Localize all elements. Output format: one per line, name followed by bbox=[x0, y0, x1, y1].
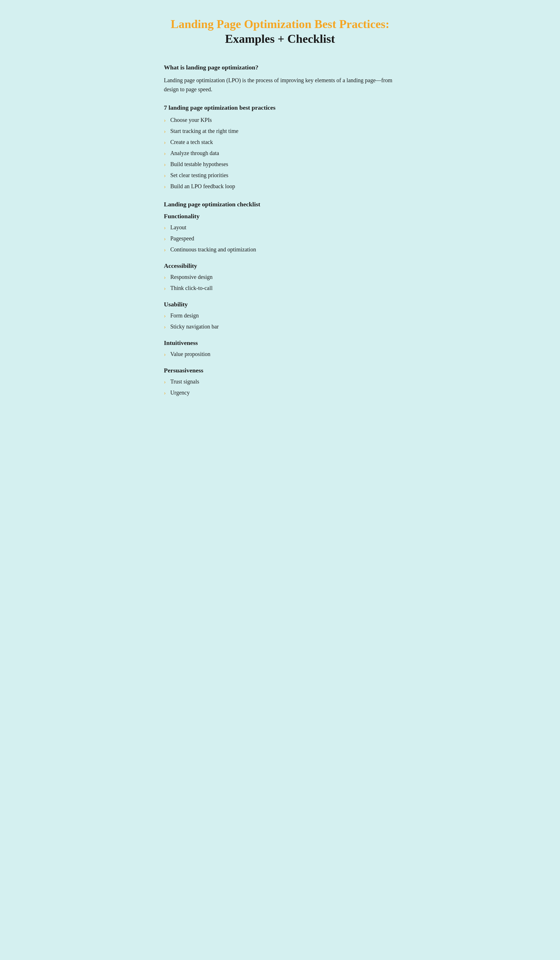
title-line1: Landing Page Optimization Best Practices… bbox=[164, 17, 396, 31]
best-practice-label: Start tracking at the right time bbox=[170, 127, 238, 135]
checklist-category-title: Usability bbox=[164, 301, 396, 308]
best-practice-label: Set clear testing priorities bbox=[170, 171, 228, 179]
best-practice-item: › Build an LPO feedback loop bbox=[164, 182, 396, 190]
checklist-item-label: Trust signals bbox=[170, 378, 199, 386]
checklist-heading: Landing page optimization checklist bbox=[164, 201, 396, 208]
best-practices-section: 7 landing page optimization best practic… bbox=[164, 104, 396, 190]
best-practices-heading: 7 landing page optimization best practic… bbox=[164, 104, 396, 111]
chevron-icon: › bbox=[164, 378, 166, 386]
chevron-icon: › bbox=[164, 246, 166, 254]
checklist-item-label: Think click-to-call bbox=[170, 284, 212, 292]
checklist-item: › Urgency bbox=[164, 389, 396, 397]
best-practice-item: › Set clear testing priorities bbox=[164, 171, 396, 179]
checklist-item: › Responsive design bbox=[164, 273, 396, 281]
checklist-category: Accessibility › Responsive design › Thin… bbox=[164, 262, 396, 292]
checklist-section: Landing page optimization checklist Func… bbox=[164, 201, 396, 397]
best-practices-list: › Choose your KPIs › Start tracking at t… bbox=[164, 116, 396, 190]
checklist-categories: Functionality › Layout › Pagespeed › Con… bbox=[164, 213, 396, 397]
checklist-item: › Pagespeed bbox=[164, 234, 396, 243]
best-practice-item: › Choose your KPIs bbox=[164, 116, 396, 124]
checklist-item-label: Urgency bbox=[170, 389, 190, 397]
best-practice-item: › Analyze through data bbox=[164, 149, 396, 157]
checklist-category: Intuitiveness › Value proposition bbox=[164, 339, 396, 358]
checklist-item: › Continuous tracking and optimization bbox=[164, 245, 396, 254]
chevron-icon: › bbox=[164, 284, 166, 292]
chevron-icon: › bbox=[164, 160, 166, 168]
checklist-category: Functionality › Layout › Pagespeed › Con… bbox=[164, 213, 396, 254]
checklist-item: › Sticky navigation bar bbox=[164, 323, 396, 331]
best-practice-label: Choose your KPIs bbox=[170, 116, 212, 124]
checklist-item-label: Sticky navigation bar bbox=[170, 323, 219, 331]
chevron-icon: › bbox=[164, 350, 166, 358]
chevron-icon: › bbox=[164, 149, 166, 157]
checklist-item: › Form design bbox=[164, 312, 396, 320]
chevron-icon: › bbox=[164, 224, 166, 232]
what-is-body: Landing page optimization (LPO) is the p… bbox=[164, 76, 396, 94]
best-practice-label: Analyze through data bbox=[170, 149, 219, 157]
chevron-icon: › bbox=[164, 138, 166, 146]
chevron-icon: › bbox=[164, 273, 166, 281]
checklist-category-title: Persuasiveness bbox=[164, 367, 396, 374]
checklist-item: › Value proposition bbox=[164, 350, 396, 358]
checklist-item-label: Value proposition bbox=[170, 350, 211, 358]
chevron-icon: › bbox=[164, 127, 166, 135]
checklist-category: Usability › Form design › Sticky navigat… bbox=[164, 301, 396, 331]
chevron-icon: › bbox=[164, 116, 166, 124]
page-header: Landing Page Optimization Best Practices… bbox=[164, 17, 396, 47]
chevron-icon: › bbox=[164, 235, 166, 243]
best-practice-item: › Start tracking at the right time bbox=[164, 127, 396, 135]
best-practice-label: Build testable hypotheses bbox=[170, 160, 228, 168]
checklist-item-label: Layout bbox=[170, 223, 187, 231]
best-practice-label: Create a tech stack bbox=[170, 138, 213, 146]
chevron-icon: › bbox=[164, 182, 166, 190]
what-is-section: What is landing page optimization? Landi… bbox=[164, 64, 396, 94]
checklist-category-title: Accessibility bbox=[164, 262, 396, 270]
checklist-item-label: Continuous tracking and optimization bbox=[170, 245, 256, 253]
checklist-item-label: Responsive design bbox=[170, 273, 212, 281]
checklist-item: › Think click-to-call bbox=[164, 284, 396, 292]
chevron-icon: › bbox=[164, 389, 166, 397]
checklist-item: › Layout bbox=[164, 223, 396, 232]
checklist-item: › Trust signals bbox=[164, 378, 396, 386]
best-practice-item: › Build testable hypotheses bbox=[164, 160, 396, 168]
chevron-icon: › bbox=[164, 323, 166, 331]
chevron-icon: › bbox=[164, 312, 166, 320]
main-content: What is landing page optimization? Landi… bbox=[164, 64, 396, 397]
what-is-heading: What is landing page optimization? bbox=[164, 64, 396, 71]
chevron-icon: › bbox=[164, 171, 166, 179]
title-line2: Examples + Checklist bbox=[164, 31, 396, 47]
checklist-item-label: Form design bbox=[170, 312, 199, 320]
best-practice-item: › Create a tech stack bbox=[164, 138, 396, 146]
checklist-category-title: Intuitiveness bbox=[164, 339, 396, 347]
best-practice-label: Build an LPO feedback loop bbox=[170, 182, 235, 190]
checklist-category: Persuasiveness › Trust signals › Urgency bbox=[164, 367, 396, 397]
checklist-category-title: Functionality bbox=[164, 213, 396, 220]
checklist-item-label: Pagespeed bbox=[170, 234, 194, 242]
page-title: Landing Page Optimization Best Practices… bbox=[164, 17, 396, 47]
